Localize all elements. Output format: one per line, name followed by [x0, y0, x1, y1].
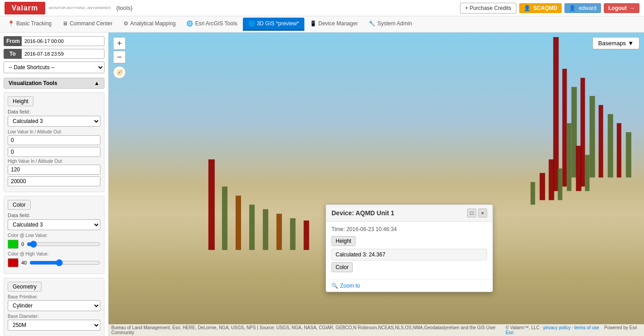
color-high-slider[interactable]	[29, 257, 100, 268]
svg-rect-9	[567, 123, 571, 191]
user-label: edward	[579, 5, 597, 11]
nav-label: Command Center	[70, 20, 113, 27]
low-value-label: Low Value In / Altitude Out:	[8, 129, 100, 134]
logout-button[interactable]: Logout →	[604, 3, 639, 13]
map-attribution: Bureau of Land Management, Esri, HERE, D…	[109, 324, 644, 336]
valarm-credit: © Valarm™, LLC ·	[506, 325, 542, 330]
nav-label: Device Manager	[318, 20, 358, 27]
from-date-input[interactable]	[22, 36, 104, 46]
header-right: Purchase Credits 👤 SCAQMD 👤 edward Logou…	[460, 3, 639, 14]
base-diameter-label: Base Diameter:	[8, 314, 100, 319]
attribution-text: Bureau of Land Management, Esri, HERE, D…	[111, 325, 506, 335]
org-icon: 👤	[524, 5, 530, 11]
to-date-input[interactable]	[22, 49, 104, 59]
popup-body: Time: 2016-06-23 10:46:34 Height Calcula…	[326, 222, 492, 279]
location-icon: 📍	[8, 20, 14, 27]
svg-rect-7	[617, 123, 621, 177]
navbar: 📍 Basic Tracking 🖥 Command Center ⚙ Anal…	[0, 16, 644, 33]
geometry-panel: Geometry Base Primitive: Cylinder Base D…	[4, 278, 104, 336]
svg-rect-21	[276, 214, 282, 250]
popup-minimize-button[interactable]: □	[467, 208, 476, 218]
popup-color-tab[interactable]: Color	[331, 262, 353, 272]
tools-label: {tools}	[116, 5, 133, 11]
sidebar-item-command-center[interactable]: 🖥 Command Center	[57, 18, 118, 31]
sidebar-item-basic-tracking[interactable]: 📍 Basic Tracking	[2, 18, 57, 31]
terms-link[interactable]: terms of use	[574, 325, 599, 330]
color-low-slider[interactable]	[27, 239, 100, 250]
zoom-label: Zoom to	[340, 283, 360, 289]
svg-rect-11	[585, 155, 590, 191]
map-container[interactable]: + − 🧭 Basemaps ▼ Device: AQMD Unit 1 □ ×…	[109, 33, 644, 336]
basemaps-button[interactable]: Basemaps ▼	[592, 37, 639, 49]
svg-rect-12	[549, 159, 554, 200]
popup-close-button[interactable]: ×	[478, 208, 487, 218]
svg-rect-5	[599, 105, 603, 177]
zoom-out-button[interactable]: −	[113, 51, 126, 63]
height-panel: Height Data field: Calculated 3 Low Valu…	[4, 92, 104, 192]
device-popup: Device: AQMD Unit 1 □ × Time: 2016-06-23…	[326, 204, 493, 292]
app-header: Valarm MONITOR ANYTHING, ANYWHERE® {tool…	[0, 0, 644, 16]
svg-rect-22	[290, 218, 295, 250]
map-controls: + − 🧭	[113, 37, 126, 79]
viz-tools-header[interactable]: Visualization Tools ▲	[4, 78, 104, 89]
geometry-section-button[interactable]: Geometry	[8, 282, 42, 292]
powered-by-text: Powered by Esri	[604, 325, 637, 330]
purchase-credits-button[interactable]: Purchase Credits	[460, 3, 516, 14]
org-button[interactable]: 👤 SCAQMD	[519, 3, 562, 13]
globe-icon: 🌐	[186, 20, 193, 27]
high-value-out-input[interactable]	[8, 176, 100, 186]
base-diameter-select[interactable]: 250M	[8, 320, 100, 331]
sidebar-item-esri-tools[interactable]: 🌐 Esri ArcGIS Tools	[181, 18, 242, 31]
svg-rect-19	[249, 205, 255, 250]
tab-3d-gis[interactable]: 🌐 3D GIS *preview*	[243, 18, 304, 31]
sidebar-item-analytical-mapping[interactable]: ⚙ Analytical Mapping	[118, 18, 181, 31]
sidebar-item-device-manager[interactable]: 📱 Device Manager	[304, 18, 363, 31]
main-layout: From To -- Date Shortcuts -- Visualizati…	[0, 33, 644, 336]
base-primitive-select[interactable]: Cylinder	[8, 300, 100, 311]
svg-rect-1	[562, 69, 567, 186]
svg-rect-18	[236, 196, 241, 250]
height-section-button[interactable]: Height	[8, 96, 33, 106]
logo-image: Valarm	[5, 2, 45, 14]
zoom-icon: 🔍	[331, 283, 338, 289]
color-data-field-label: Data field:	[8, 213, 100, 218]
color-low-value: 0	[21, 241, 24, 247]
to-label: To	[4, 49, 22, 59]
header-left: Valarm MONITOR ANYTHING, ANYWHERE® {tool…	[5, 2, 133, 14]
nav-label: Esri ArcGIS Tools	[195, 20, 237, 27]
from-date-row: From	[4, 36, 104, 46]
gear-icon: ⚙	[123, 20, 128, 27]
color-high-swatch[interactable]	[8, 258, 19, 267]
user-button[interactable]: 👤 edward	[564, 3, 601, 13]
color-low-swatch[interactable]	[8, 240, 19, 249]
color-high-row: 40	[8, 257, 100, 268]
logout-label: Logout	[608, 5, 627, 11]
svg-rect-4	[590, 96, 595, 177]
height-data-field-select[interactable]: Calculated 3	[8, 116, 100, 127]
low-value-out-input[interactable]	[8, 147, 100, 157]
nav-label: Basic Tracking	[16, 20, 52, 27]
date-shortcuts-select[interactable]: -- Date Shortcuts --	[4, 62, 104, 73]
globe-3d-icon: 🌐	[248, 20, 255, 27]
svg-rect-20	[263, 209, 268, 250]
color-high-label: Color @ High Value:	[8, 251, 100, 256]
color-data-field-select[interactable]: Calculated 3	[8, 219, 100, 230]
chevron-up-icon: ▲	[94, 80, 99, 86]
svg-rect-17	[222, 187, 227, 250]
popup-zoom-link[interactable]: 🔍 Zoom to	[326, 279, 492, 292]
logo-tagline: MONITOR ANYTHING, ANYWHERE®	[49, 6, 111, 10]
color-section-button[interactable]: Color	[8, 200, 31, 210]
esri-link[interactable]: Esri	[506, 330, 513, 335]
zoom-in-button[interactable]: +	[113, 37, 126, 50]
popup-title: Device: AQMD Unit 1	[331, 209, 394, 217]
svg-rect-14	[540, 173, 545, 200]
svg-rect-23	[303, 221, 309, 250]
sidebar-item-system-admin[interactable]: 🔧 System Admin	[363, 18, 417, 31]
low-value-in-input[interactable]	[8, 135, 100, 145]
device-icon: 📱	[310, 20, 317, 27]
popup-height-tab[interactable]: Height	[331, 236, 355, 246]
wrench-icon: 🔧	[369, 20, 375, 27]
privacy-link[interactable]: privacy policy	[543, 325, 570, 330]
high-value-in-input[interactable]	[8, 165, 100, 175]
compass-button[interactable]: 🧭	[113, 66, 126, 79]
